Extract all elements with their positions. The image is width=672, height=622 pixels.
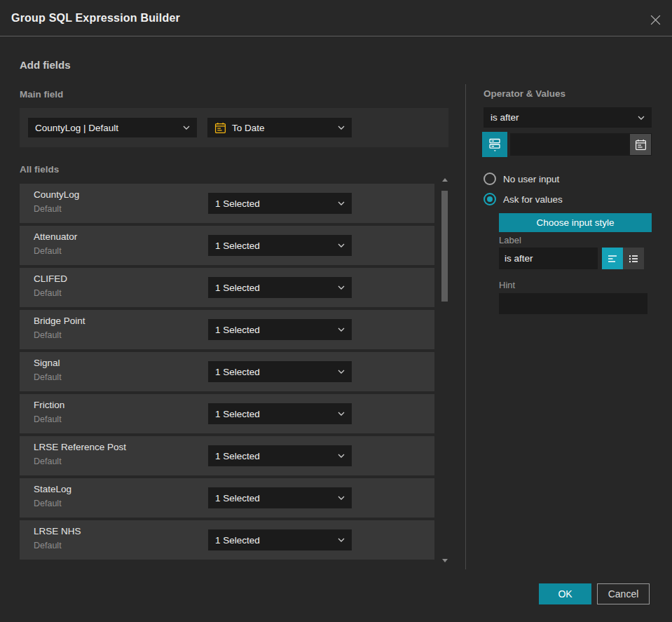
chevron-down-icon [177,126,190,130]
field-values-select[interactable]: 1 Selected [208,235,352,256]
field-values-select-value: 1 Selected [215,451,260,461]
hint-heading: Hint [499,280,515,290]
field-name: LRSE Reference Post [34,442,126,452]
field-values-select-value: 1 Selected [215,493,260,503]
operator-values-panel: Operator & Values is after [484,0,652,622]
radio-unselected-icon [484,173,496,185]
value-input[interactable] [510,133,639,156]
chevron-down-icon [332,538,345,542]
field-name: LRSE NHS [34,526,81,536]
chevron-down-icon [332,412,345,416]
scroll-up-icon[interactable] [442,178,448,182]
chevron-down-icon [332,327,345,332]
field-values-select-value: 1 Selected [215,367,260,377]
field-sublabel: Default [34,204,62,214]
scroll-down-icon[interactable] [442,559,448,562]
field-name: Attenuator [34,231,77,242]
all-fields-heading: All fields [20,164,59,175]
field-name: Friction [34,400,64,410]
field-name: StateLog [34,484,71,494]
operator-select[interactable]: is after [484,107,652,128]
field-sublabel: Default [34,288,62,298]
operator-select-value: is after [491,112,519,123]
field-row-attenuator: Attenuator Default 1 Selected [20,226,434,265]
date-field-select-value: To Date [232,123,265,133]
field-values-select-value: 1 Selected [215,409,260,419]
vertical-divider [465,84,466,569]
radio-no-user-input-label: No user input [503,174,559,184]
field-row-signal: Signal Default 1 Selected [20,352,434,391]
calendar-icon [214,122,226,134]
calendar-icon[interactable] [630,134,651,155]
chevron-down-icon [332,201,345,205]
field-values-select[interactable]: 1 Selected [208,361,352,382]
value-input-wrap [510,133,652,156]
field-values-select-value: 1 Selected [215,283,260,293]
main-field-select-value: CountyLog | Default [35,123,118,133]
field-values-select-value: 1 Selected [215,325,260,335]
field-sublabel: Default [34,330,62,340]
date-field-select[interactable]: To Date [207,118,352,137]
main-field-panel: CountyLog | Default To Date [20,108,448,147]
single-input-style-icon[interactable] [602,248,623,269]
scrollbar-thumb[interactable] [441,191,448,302]
label-row [499,248,652,269]
chevron-down-icon [332,285,345,290]
field-name: Signal [34,358,60,368]
label-input[interactable] [499,248,598,269]
field-row-friction: Friction Default 1 Selected [20,394,434,433]
field-sublabel: Default [34,246,62,256]
field-values-select-value: 1 Selected [215,241,260,251]
value-input-row [484,132,652,157]
field-name: CLIFED [34,273,67,284]
field-row-clifed: CLIFED Default 1 Selected [20,268,434,307]
main-field-heading: Main field [20,89,63,100]
field-row-countylog: CountyLog Default 1 Selected [20,184,434,223]
field-sublabel: Default [34,457,62,466]
field-values-select[interactable]: 1 Selected [208,403,352,424]
chevron-down-icon [332,370,345,374]
radio-selected-icon [484,193,496,205]
chevron-down-icon [332,454,345,458]
add-fields-heading: Add fields [20,59,71,71]
field-sublabel: Default [34,414,62,424]
hint-input[interactable] [499,293,647,314]
chevron-down-icon [332,496,345,500]
field-sublabel: Default [34,499,62,508]
field-row-lrse-reference-post: LRSE Reference Post Default 1 Selected [20,436,434,475]
radio-no-user-input[interactable]: No user input [484,172,652,186]
field-sublabel: Default [34,541,62,550]
operator-values-heading: Operator & Values [484,88,565,99]
label-heading: Label [499,235,521,245]
field-name: CountyLog [34,189,79,200]
field-values-select[interactable]: 1 Selected [208,193,352,214]
choose-input-style-button[interactable]: Choose input style [499,213,652,232]
main-field-select[interactable]: CountyLog | Default [28,118,197,137]
chevron-down-icon [332,126,345,130]
field-row-statelog: StateLog Default 1 Selected [20,478,434,518]
field-values-select[interactable]: 1 Selected [208,319,352,340]
chevron-down-icon [332,243,345,248]
field-values-select[interactable]: 1 Selected [208,277,352,298]
field-values-select[interactable]: 1 Selected [208,445,352,466]
chevron-down-icon [632,116,645,120]
cancel-button[interactable]: Cancel [597,583,650,604]
radio-ask-for-values[interactable]: Ask for values [484,192,652,206]
field-values-select[interactable]: 1 Selected [208,487,352,508]
dialog-title: Group SQL Expression Builder [11,0,180,36]
field-values-select-value: 1 Selected [215,198,260,209]
field-row-bridge-point: Bridge Point Default 1 Selected [20,310,434,349]
list-input-style-icon[interactable] [623,248,644,269]
field-values-select[interactable]: 1 Selected [208,529,352,550]
ok-button[interactable]: OK [539,583,591,604]
list-scrollbar[interactable] [441,178,449,562]
all-fields-list: CountyLog Default 1 Selected Attenuator … [20,184,434,562]
group-sql-expression-builder-dialog: Group SQL Expression Builder Add fields … [0,0,672,622]
radio-ask-for-values-label: Ask for values [503,194,563,205]
field-row-lrse-nhs: LRSE NHS Default 1 Selected [20,520,434,560]
field-name: Bridge Point [34,316,85,326]
field-sublabel: Default [34,372,62,382]
field-values-select-value: 1 Selected [215,535,260,546]
unique-values-stack-icon[interactable] [482,132,507,157]
